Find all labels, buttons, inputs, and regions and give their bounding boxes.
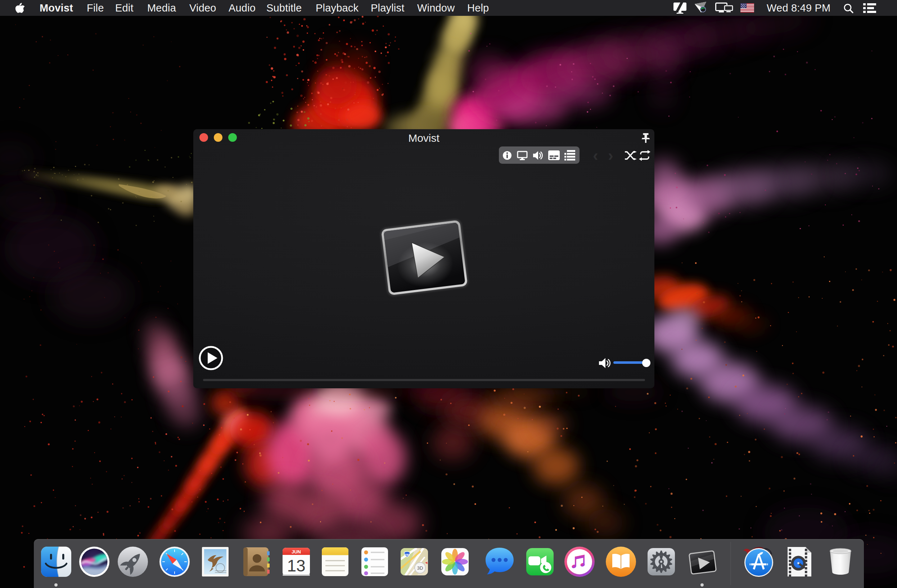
svg-text:13: 13 xyxy=(287,556,305,575)
svg-text:3D: 3D xyxy=(417,565,423,571)
svg-text:280: 280 xyxy=(404,553,410,557)
svg-text:JUN: JUN xyxy=(292,549,301,554)
